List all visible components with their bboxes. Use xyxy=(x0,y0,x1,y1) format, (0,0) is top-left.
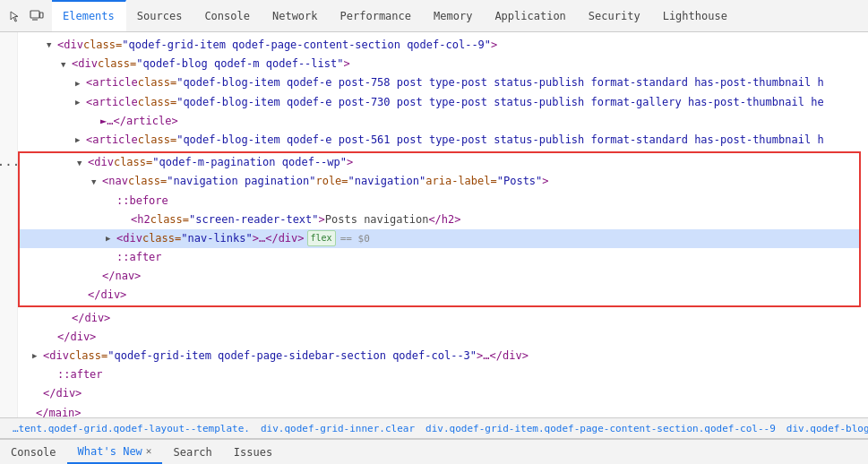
tab-elements[interactable]: Elements xyxy=(52,0,126,31)
cursor-icon[interactable] xyxy=(7,8,23,24)
breadcrumb-item[interactable]: div.qodef-grid-inner.clear xyxy=(255,423,420,434)
html-line[interactable]: <article class="qodef-blog-item qodef-e … xyxy=(18,93,868,112)
triangle-icon[interactable] xyxy=(91,176,102,188)
bottom-tab-issues[interactable]: Issues xyxy=(223,440,283,464)
triangle-icon[interactable] xyxy=(75,77,86,90)
devtools-toolbar: Elements Sources Console Network Perform… xyxy=(0,0,868,32)
html-line[interactable]: <div class="qodef-grid-item qodef-page-c… xyxy=(18,36,868,55)
tab-list: Elements Sources Console Network Perform… xyxy=(52,0,868,31)
tab-application[interactable]: Application xyxy=(484,0,577,31)
pagination-red-box: <div class="qodef-m-pagination qodef--wp… xyxy=(18,151,861,307)
triangle-icon[interactable] xyxy=(61,58,72,71)
nav-links-line[interactable]: <div class="nav-links">…</div> flex == $… xyxy=(20,229,859,248)
tab-network[interactable]: Network xyxy=(262,0,330,31)
bottom-tab-console[interactable]: Console xyxy=(0,440,67,464)
triangle-icon[interactable] xyxy=(77,157,88,169)
html-line[interactable]: <nav class="navigation pagination" role=… xyxy=(20,172,859,191)
breadcrumb-item[interactable]: …tent.qodef-grid.qodef-layout--template. xyxy=(7,423,255,434)
html-line[interactable]: </main> xyxy=(18,404,868,417)
html-line[interactable]: ►…</article> xyxy=(18,112,868,131)
triangle-icon[interactable] xyxy=(47,39,57,51)
dollar-zero: == $0 xyxy=(340,231,370,247)
tab-console[interactable]: Console xyxy=(193,0,262,31)
html-line[interactable]: </div> xyxy=(20,286,859,305)
tab-lighthouse[interactable]: Lighthouse xyxy=(652,0,739,31)
html-line[interactable]: <div class="qodef-grid-item qodef-page-s… xyxy=(18,347,868,365)
svg-rect-1 xyxy=(40,13,44,18)
tab-performance[interactable]: Performance xyxy=(330,0,423,31)
devtools-body: ··· <div class="qodef-grid-item qodef-pa… xyxy=(0,32,868,417)
triangle-icon[interactable] xyxy=(106,232,116,245)
bottom-tab-search[interactable]: Search xyxy=(162,440,222,464)
flex-badge[interactable]: flex xyxy=(307,230,336,246)
bottom-bar: Console What's New ✕ Search Issues xyxy=(0,439,868,464)
html-line[interactable]: ::after xyxy=(18,365,868,384)
triangle-icon[interactable] xyxy=(32,349,43,362)
html-line[interactable]: <div class="qodef-blog qodef-m qodef--li… xyxy=(18,55,868,73)
breadcrumb-bar: …tent.qodef-grid.qodef-layout--template.… xyxy=(0,417,868,439)
html-line[interactable]: <article class="qodef-blog-item qodef-e … xyxy=(18,131,868,150)
elements-panel[interactable]: <div class="qodef-grid-item qodef-page-c… xyxy=(18,32,868,417)
close-icon[interactable]: ✕ xyxy=(146,445,152,457)
toolbar-icons xyxy=(0,8,52,24)
tab-sources[interactable]: Sources xyxy=(126,0,194,31)
html-line[interactable]: <div class="qodef-m-pagination qodef--wp… xyxy=(20,153,859,172)
side-gutter: ··· xyxy=(0,32,18,417)
svg-rect-0 xyxy=(30,11,39,18)
html-line[interactable]: </div> xyxy=(18,384,868,403)
html-line[interactable]: </div> xyxy=(18,309,868,328)
html-line[interactable]: ::after xyxy=(20,248,859,267)
tab-memory[interactable]: Memory xyxy=(423,0,484,31)
html-line[interactable]: </nav> xyxy=(20,267,859,286)
breadcrumb-item[interactable]: div.qodef-blog.qodef-m. xyxy=(781,423,868,434)
html-line[interactable]: </div> xyxy=(18,328,868,347)
html-line[interactable]: ::before xyxy=(20,192,859,211)
html-line[interactable]: <h2 class="screen-reader-text">Posts nav… xyxy=(20,211,859,229)
html-line[interactable]: <article class="qodef-blog-item qodef-e … xyxy=(18,73,868,92)
tab-security[interactable]: Security xyxy=(578,0,652,31)
triangle-icon[interactable] xyxy=(75,96,86,108)
bottom-tab-whats-new[interactable]: What's New ✕ xyxy=(67,440,163,464)
triangle-icon[interactable] xyxy=(75,133,86,146)
breadcrumb-item[interactable]: div.qodef-grid-item.qodef-page-content-s… xyxy=(420,423,781,434)
device-icon[interactable] xyxy=(29,8,45,24)
